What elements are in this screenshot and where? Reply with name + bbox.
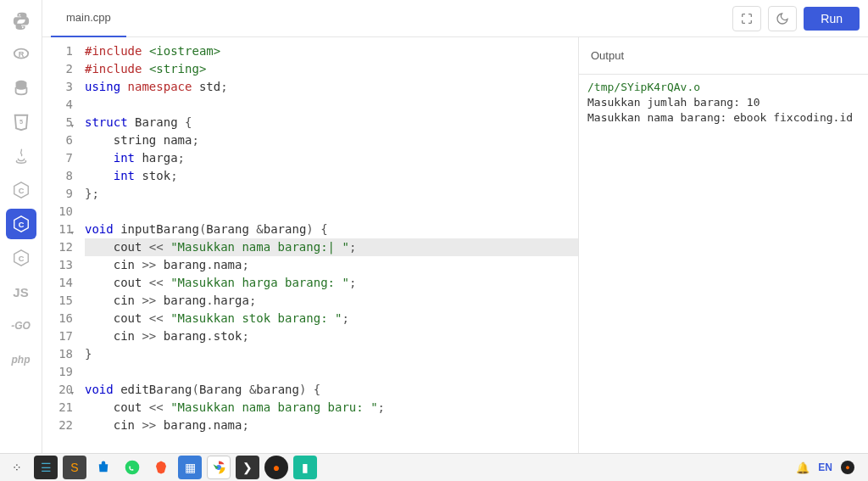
sidebar-lang-java[interactable] — [6, 141, 36, 171]
sidebar-lang-python[interactable] — [6, 5, 36, 36]
svg-text:C: C — [18, 187, 24, 195]
taskbar-settings-icon[interactable]: ☰ — [34, 456, 58, 479]
power-icon[interactable]: ● — [841, 461, 854, 474]
taskbar: ⁘ ☰ S ▦ ❯ ● ▮ 🔔 EN ● — [0, 453, 868, 481]
sidebar-lang-c[interactable]: C — [6, 175, 36, 205]
sidebar-lang-csharp[interactable]: C — [6, 209, 36, 239]
svg-text:R: R — [18, 50, 24, 59]
taskbar-terminal-icon[interactable]: ❯ — [236, 456, 259, 479]
taskbar-sublime-icon[interactable]: S — [63, 456, 86, 479]
sidebar-lang-c2[interactable]: C — [6, 243, 36, 273]
sidebar-lang-js[interactable]: JS — [6, 277, 36, 307]
sidebar-lang-db[interactable] — [6, 73, 36, 103]
notification-icon[interactable]: 🔔 — [796, 461, 810, 474]
sidebar-lang-r[interactable]: R — [6, 39, 36, 70]
code-area[interactable]: #include <iostream>#include <string>usin… — [83, 37, 578, 453]
main-area: main.cpp Run 123456789101112131415161718… — [42, 0, 868, 453]
taskbar-files-icon[interactable]: ▦ — [178, 456, 202, 479]
svg-point-7 — [125, 461, 140, 475]
sidebar: R 5 C C C JS -GO php — [0, 0, 42, 453]
run-button[interactable]: Run — [804, 7, 860, 31]
svg-text:C: C — [18, 254, 24, 263]
taskbar-app-icon[interactable]: ▮ — [293, 456, 317, 479]
tab-filename: main.cpp — [66, 11, 111, 24]
app-root: R 5 C C C JS -GO php main.cpp Run 123456… — [0, 0, 868, 453]
language-indicator[interactable]: EN — [818, 461, 832, 473]
sidebar-lang-php[interactable]: php — [6, 344, 36, 375]
taskbar-store-icon[interactable] — [92, 456, 115, 479]
tab-file[interactable]: main.cpp — [51, 0, 126, 37]
theme-button[interactable] — [768, 6, 797, 31]
gutter: 12345678910111213141516171819202122 — [42, 37, 83, 453]
svg-text:5: 5 — [19, 118, 22, 126]
taskbar-chrome-icon[interactable] — [207, 456, 231, 479]
taskbar-media-icon[interactable]: ● — [264, 456, 288, 479]
taskbar-menu-icon[interactable]: ⁘ — [5, 456, 29, 479]
fullscreen-button[interactable] — [732, 6, 761, 31]
output-body[interactable]: /tmp/SYipK4rQAv.oMasukkan jumlah barang:… — [579, 75, 868, 453]
output-pane: Output /tmp/SYipK4rQAv.oMasukkan jumlah … — [578, 37, 868, 453]
taskbar-brave-icon[interactable] — [149, 456, 173, 479]
sidebar-lang-go[interactable]: -GO — [6, 310, 36, 341]
sidebar-lang-html[interactable]: 5 — [6, 107, 36, 137]
taskbar-whatsapp-icon[interactable] — [120, 456, 144, 479]
output-header: Output — [579, 37, 868, 75]
svg-text:C: C — [18, 221, 24, 229]
code-editor[interactable]: 12345678910111213141516171819202122 #inc… — [42, 37, 578, 453]
split-view: 12345678910111213141516171819202122 #inc… — [42, 37, 868, 453]
topbar: main.cpp Run — [42, 0, 868, 37]
